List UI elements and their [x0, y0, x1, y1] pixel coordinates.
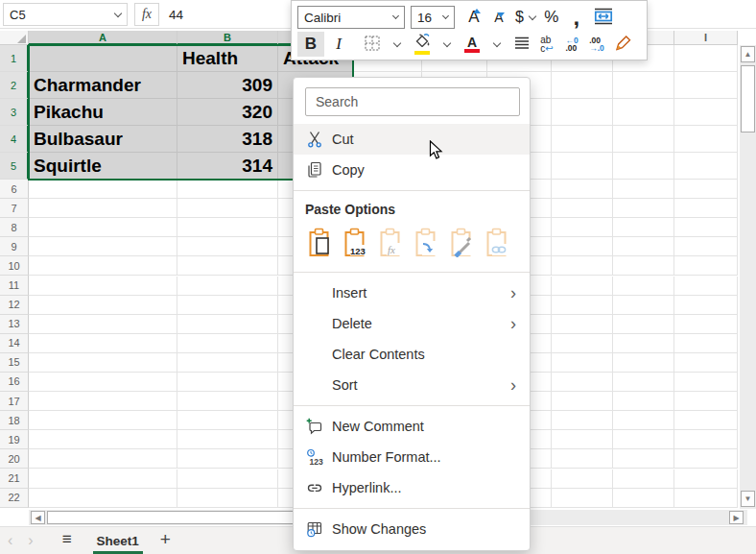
next-sheet-button[interactable]: ›: [20, 532, 40, 549]
menu-item-new-comment[interactable]: New Comment: [294, 411, 530, 442]
cell-I10[interactable]: [674, 256, 738, 276]
cell-I1[interactable]: [674, 45, 738, 72]
cell-G13[interactable]: [552, 315, 613, 334]
cell-B20[interactable]: [177, 449, 278, 469]
row-header-14[interactable]: 14: [0, 334, 29, 353]
increase-font-size-button[interactable]: A: [462, 5, 485, 30]
cell-G15[interactable]: [552, 353, 613, 373]
row-header-5[interactable]: 5: [0, 153, 29, 180]
row-header-1[interactable]: 1: [0, 45, 29, 72]
cell-B6[interactable]: [177, 180, 278, 199]
paste-icon[interactable]: [305, 227, 332, 257]
cell-B12[interactable]: [177, 296, 278, 315]
row-header-22[interactable]: 22: [0, 489, 29, 508]
cell-H22[interactable]: [613, 489, 674, 508]
insert-function-button[interactable]: fx: [134, 3, 159, 26]
cell-G9[interactable]: [552, 237, 613, 256]
scroll-right-button[interactable]: ▶: [729, 511, 744, 524]
merge-cells-button[interactable]: [590, 5, 617, 30]
cell-I15[interactable]: [674, 353, 738, 373]
select-all-corner[interactable]: [0, 31, 29, 45]
row-header-20[interactable]: 20: [0, 449, 29, 469]
fill-color-dropdown[interactable]: [436, 32, 459, 57]
cell-I6[interactable]: [674, 180, 738, 199]
prev-sheet-button[interactable]: ‹: [0, 532, 20, 549]
wrap-text-button[interactable]: abc↩: [535, 32, 558, 57]
cell-G10[interactable]: [552, 256, 613, 276]
cell-H17[interactable]: [613, 392, 674, 411]
cell-G16[interactable]: [552, 373, 613, 392]
cell-G11[interactable]: [552, 277, 613, 296]
cell-I17[interactable]: [674, 392, 738, 411]
cell-H16[interactable]: [613, 373, 674, 392]
all-sheets-menu-icon[interactable]: ≡: [41, 530, 85, 551]
fill-color-button[interactable]: [411, 32, 434, 57]
percent-format-button[interactable]: %: [540, 5, 563, 30]
cell-B17[interactable]: [177, 392, 278, 411]
cell-A19[interactable]: [29, 430, 177, 449]
cell-H7[interactable]: [613, 199, 674, 218]
menu-item-cut[interactable]: Cut: [294, 124, 530, 155]
cell-B9[interactable]: [177, 237, 278, 256]
cell-H5[interactable]: [613, 153, 674, 180]
cell-A18[interactable]: [29, 411, 177, 430]
row-header-16[interactable]: 16: [0, 373, 29, 392]
row-header-12[interactable]: 12: [0, 296, 29, 315]
font-color-button[interactable]: A: [461, 32, 484, 57]
column-header-B[interactable]: B: [177, 31, 278, 45]
cell-A15[interactable]: [29, 353, 177, 373]
row-header-11[interactable]: 11: [0, 276, 29, 295]
cell-B15[interactable]: [177, 353, 278, 373]
cell-B21[interactable]: [177, 470, 278, 489]
cell-A13[interactable]: [29, 315, 177, 334]
paste-transpose-icon[interactable]: [412, 227, 438, 257]
cell-A14[interactable]: [29, 334, 177, 353]
sheet-tab-sheet1[interactable]: Sheet1: [85, 527, 151, 554]
cell-H19[interactable]: [613, 430, 674, 449]
bold-button[interactable]: B: [297, 32, 324, 57]
format-painter-button[interactable]: [610, 32, 635, 57]
cell-I9[interactable]: [674, 237, 738, 256]
borders-dropdown[interactable]: [386, 32, 409, 57]
cell-A9[interactable]: [29, 237, 177, 256]
cell-B1[interactable]: Health: [177, 45, 278, 72]
cell-I22[interactable]: [674, 489, 738, 508]
row-header-15[interactable]: 15: [0, 353, 29, 373]
cell-B13[interactable]: [177, 315, 278, 334]
cell-I5[interactable]: [674, 153, 738, 180]
row-header-18[interactable]: 18: [0, 411, 29, 430]
cell-H10[interactable]: [613, 256, 674, 276]
cell-I3[interactable]: [674, 99, 738, 126]
formula-input[interactable]: 44: [169, 3, 183, 26]
cell-A5[interactable]: Squirtle: [29, 153, 177, 180]
search-input[interactable]: [305, 87, 520, 116]
cell-A20[interactable]: [29, 449, 177, 469]
paste-formatting-icon[interactable]: [447, 227, 474, 257]
menu-item-copy[interactable]: Copy: [294, 155, 530, 185]
row-header-21[interactable]: 21: [0, 469, 29, 488]
cell-G3[interactable]: [552, 99, 613, 126]
italic-button[interactable]: I: [326, 32, 351, 57]
decrease-decimal-button[interactable]: ←0.00: [560, 32, 583, 57]
row-header-6[interactable]: 6: [0, 180, 29, 199]
cell-H8[interactable]: [613, 218, 674, 237]
cell-A6[interactable]: [29, 180, 177, 199]
cell-I11[interactable]: [674, 277, 738, 296]
currency-format-button[interactable]: $: [512, 5, 538, 30]
row-header-7[interactable]: 7: [0, 199, 29, 218]
cell-G17[interactable]: [552, 392, 613, 411]
cell-B3[interactable]: 320: [177, 99, 278, 126]
cell-A7[interactable]: [29, 199, 177, 218]
menu-item-number-format[interactable]: 123Number Format...: [294, 442, 530, 472]
cell-G14[interactable]: [552, 334, 613, 353]
cell-A4[interactable]: Bulbasaur: [29, 126, 177, 153]
menu-item-delete[interactable]: Delete›: [294, 308, 530, 339]
cell-I4[interactable]: [674, 126, 738, 153]
cell-I21[interactable]: [674, 470, 738, 489]
cell-B10[interactable]: [177, 256, 278, 276]
row-header-19[interactable]: 19: [0, 430, 29, 449]
cell-H15[interactable]: [613, 353, 674, 373]
cell-A16[interactable]: [29, 373, 177, 392]
cell-G8[interactable]: [552, 218, 613, 237]
cell-B16[interactable]: [177, 373, 278, 392]
